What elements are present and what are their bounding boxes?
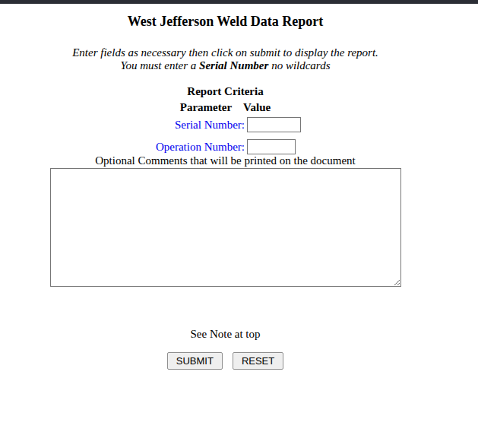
parameter-column-header: Parameter — [180, 101, 232, 113]
button-row: SUBMITRESET — [0, 352, 451, 370]
reset-button[interactable]: RESET — [233, 352, 283, 370]
serial-number-emphasis: Serial Number — [199, 59, 268, 71]
submit-button[interactable]: SUBMIT — [167, 352, 223, 370]
comments-textarea[interactable] — [50, 168, 401, 287]
instructions: Enter fields as necessary then click on … — [0, 46, 451, 72]
report-criteria-heading: Report Criteria — [0, 85, 451, 97]
operation-number-row: Operation Number: — [0, 139, 451, 154]
operation-number-input[interactable] — [247, 139, 296, 154]
instructions-line-2-prefix: You must enter a — [120, 59, 199, 71]
value-column-header: Value — [243, 101, 271, 113]
comments-label: Optional Comments that will be printed o… — [0, 155, 451, 167]
instructions-line-2-suffix: no wildcards — [268, 59, 330, 71]
see-note-text: See Note at top — [0, 329, 451, 340]
report-form: West Jefferson Weld Data Report Enter fi… — [0, 14, 451, 370]
serial-number-input[interactable] — [247, 117, 301, 132]
instructions-line-2: You must enter a Serial Number no wildca… — [0, 59, 451, 72]
page: West Jefferson Weld Data Report Enter fi… — [0, 0, 478, 370]
operation-number-label: Operation Number: — [0, 141, 245, 154]
top-dark-bar — [0, 0, 478, 4]
instructions-line-1: Enter fields as necessary then click on … — [0, 46, 451, 59]
criteria-column-headers: ParameterValue — [0, 101, 451, 113]
page-title: West Jefferson Weld Data Report — [0, 14, 451, 29]
serial-number-label: Serial Number: — [0, 119, 245, 132]
serial-number-row: Serial Number: — [0, 117, 451, 132]
